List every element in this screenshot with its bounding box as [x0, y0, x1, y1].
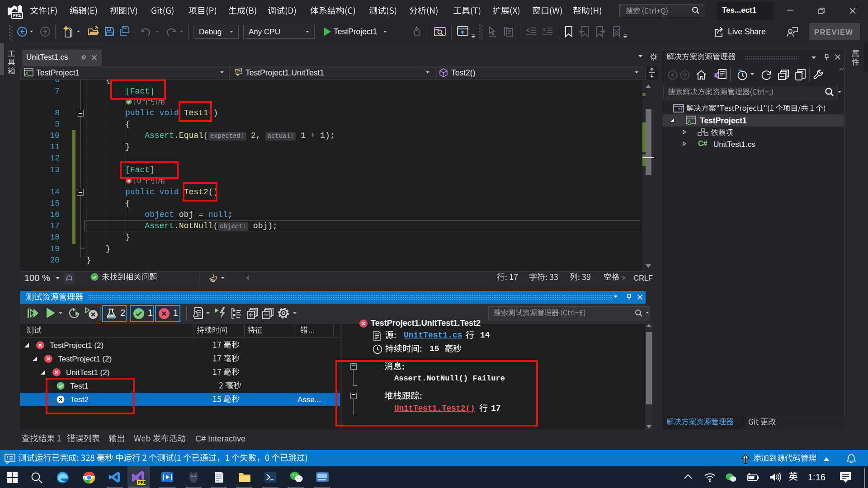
svg-text:?: ?: [542, 28, 546, 34]
svg-text:PRE: PRE: [138, 480, 147, 485]
